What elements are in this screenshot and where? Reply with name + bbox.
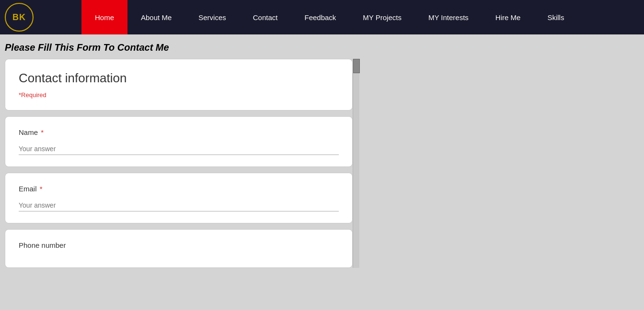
email-label: Email * (19, 185, 339, 193)
navbar: BK Home About Me Services Contact Feedba… (0, 0, 644, 34)
nav-item-skills[interactable]: Skills (534, 0, 577, 34)
nav-item-about[interactable]: About Me (127, 0, 185, 34)
nav-item-interests[interactable]: MY Interests (415, 0, 482, 34)
logo-text: BK (12, 12, 26, 22)
nav-logo[interactable]: BK (5, 3, 34, 32)
nav-item-feedback[interactable]: Feedback (291, 0, 349, 34)
nav-items: Home About Me Services Contact Feedback … (81, 0, 577, 34)
right-panel (364, 38, 644, 268)
nav-item-projects[interactable]: MY Projects (349, 0, 415, 34)
nav-item-contact[interactable]: Contact (240, 0, 291, 34)
scroll-area: Contact information *Required Name * Ema… (5, 59, 359, 268)
email-card: Email * (5, 173, 353, 223)
phone-label: Phone number (19, 241, 339, 249)
form-title: Contact information (19, 71, 339, 86)
phone-card: Phone number (5, 229, 353, 268)
scrollbar-track[interactable] (353, 59, 359, 268)
name-card: Name * (5, 116, 353, 167)
header-card: Contact information *Required (5, 59, 353, 111)
page-title: Please Fill This Form To Contact Me (5, 42, 359, 53)
scrollbar-thumb[interactable] (353, 59, 360, 73)
page-content: Please Fill This Form To Contact Me Cont… (0, 34, 644, 268)
name-required-star: * (39, 128, 44, 136)
form-container: Contact information *Required Name * Ema… (5, 59, 353, 268)
email-required-star: * (38, 185, 43, 193)
required-note: *Required (19, 91, 339, 99)
nav-item-home[interactable]: Home (81, 0, 127, 34)
name-input[interactable] (19, 143, 339, 155)
main-area: Please Fill This Form To Contact Me Cont… (0, 38, 364, 268)
logo-wrap[interactable]: BK (5, 3, 81, 32)
nav-item-services[interactable]: Services (185, 0, 240, 34)
nav-item-hireme[interactable]: Hire Me (482, 0, 534, 34)
email-input[interactable] (19, 199, 339, 211)
name-label: Name * (19, 128, 339, 136)
